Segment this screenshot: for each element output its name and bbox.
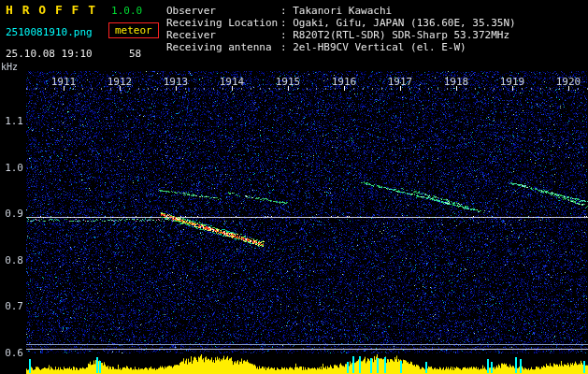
info-label: Receiving antenna xyxy=(166,41,280,53)
app-version: 1.0.0 xyxy=(111,5,142,17)
app-title: H R O F F T xyxy=(6,3,96,17)
echo-count: 58 xyxy=(129,48,141,60)
hrofft-window: H R O F F T 1.0.0 2510081910.png meteor … xyxy=(0,0,588,374)
info-row-receiver: Receiver : R820T2(RTL-SDR) SDR-Sharp 53.… xyxy=(166,29,516,41)
info-row-observer: Observer : Takanori Kawachi xyxy=(166,5,516,17)
info-label: Receiving Location xyxy=(166,17,280,29)
receiver-info: Observer : Takanori Kawachi Receiving Lo… xyxy=(166,5,516,53)
mode-indicator: meteor xyxy=(108,22,159,38)
info-value: : Takanori Kawachi xyxy=(280,5,392,17)
info-value: : Ogaki, Gifu, JAPAN (136.60E, 35.35N) xyxy=(280,17,516,29)
datetime-label: 25.10.08 19:10 xyxy=(6,48,93,60)
info-row-antenna: Receiving antenna : 2el-HB9CV Vertical (… xyxy=(166,41,516,53)
info-label: Receiver xyxy=(166,29,280,41)
info-value: : 2el-HB9CV Vertical (el. E-W) xyxy=(280,41,466,53)
header: H R O F F T 1.0.0 2510081910.png meteor … xyxy=(0,0,588,69)
info-value: : R820T2(RTL-SDR) SDR-Sharp 53.372MHz xyxy=(280,29,509,41)
info-label: Observer xyxy=(166,5,280,17)
output-filename: 2510081910.png xyxy=(6,26,93,38)
title-row: H R O F F T 1.0.0 xyxy=(6,3,142,17)
info-row-location: Receiving Location : Ogaki, Gifu, JAPAN … xyxy=(166,17,516,29)
